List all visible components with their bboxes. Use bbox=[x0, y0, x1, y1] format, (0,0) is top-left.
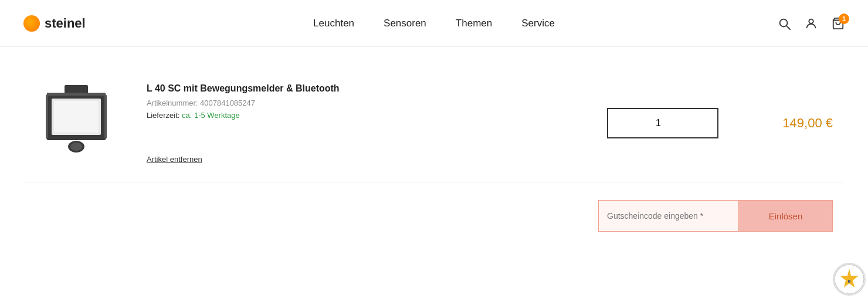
cart-item: L 40 SC mit Bewegungsmelder & Bluetooth … bbox=[23, 65, 845, 182]
cart-badge: 1 bbox=[839, 13, 849, 24]
account-icon bbox=[805, 17, 818, 30]
search-button[interactable] bbox=[778, 17, 791, 30]
header-icons: 1 bbox=[778, 17, 845, 30]
product-delivery: Lieferzeit: ca. 1-5 Werktage bbox=[147, 111, 598, 120]
search-icon bbox=[778, 17, 791, 30]
product-sku: Artikelnummer: 4007841085247 bbox=[147, 99, 598, 107]
svg-point-9 bbox=[70, 143, 82, 151]
trusted-shops-icon: e bbox=[834, 264, 864, 294]
brand-name: steinel bbox=[45, 16, 86, 31]
svg-point-2 bbox=[809, 19, 813, 23]
trusted-shops-badge[interactable]: e bbox=[833, 263, 868, 298]
nav-item-themen[interactable]: Themen bbox=[456, 18, 492, 29]
nav-item-sensoren[interactable]: Sensoren bbox=[384, 18, 426, 29]
remove-link[interactable]: Artikel entfernen bbox=[147, 155, 598, 164]
svg-rect-11 bbox=[104, 95, 107, 138]
svg-rect-10 bbox=[46, 95, 48, 138]
logo[interactable]: steinel bbox=[23, 15, 86, 32]
cart-button[interactable]: 1 bbox=[832, 17, 845, 30]
svg-text:e: e bbox=[848, 277, 851, 284]
product-illustration bbox=[29, 79, 123, 167]
quantity-input[interactable] bbox=[607, 108, 718, 138]
main-content: L 40 SC mit Bewegungsmelder & Bluetooth … bbox=[0, 47, 868, 249]
header: steinel Leuchten Sensoren Themen Service bbox=[0, 0, 868, 47]
delivery-label: Lieferzeit: bbox=[147, 111, 179, 120]
svg-rect-12 bbox=[47, 93, 106, 96]
voucher-area: Einlösen bbox=[23, 182, 845, 232]
svg-rect-6 bbox=[54, 101, 99, 133]
nav-item-leuchten[interactable]: Leuchten bbox=[313, 18, 354, 29]
product-price: 149,00 € bbox=[782, 116, 833, 131]
svg-point-0 bbox=[780, 19, 788, 26]
price-area: 149,00 € bbox=[727, 116, 845, 131]
product-image bbox=[23, 76, 129, 170]
main-nav: Leuchten Sensoren Themen Service bbox=[313, 18, 555, 29]
svg-line-1 bbox=[787, 26, 791, 29]
nav-item-service[interactable]: Service bbox=[521, 18, 555, 29]
voucher-input[interactable] bbox=[598, 200, 739, 232]
product-title: L 40 SC mit Bewegungsmelder & Bluetooth bbox=[147, 83, 598, 94]
delivery-link[interactable]: ca. 1-5 Werktage bbox=[182, 111, 240, 120]
account-button[interactable] bbox=[805, 17, 818, 30]
logo-dot bbox=[23, 15, 40, 32]
voucher-button[interactable]: Einlösen bbox=[739, 200, 833, 232]
quantity-area bbox=[598, 108, 727, 138]
trusted-shops-circle: e bbox=[833, 263, 866, 296]
product-info: L 40 SC mit Bewegungsmelder & Bluetooth … bbox=[129, 83, 598, 164]
